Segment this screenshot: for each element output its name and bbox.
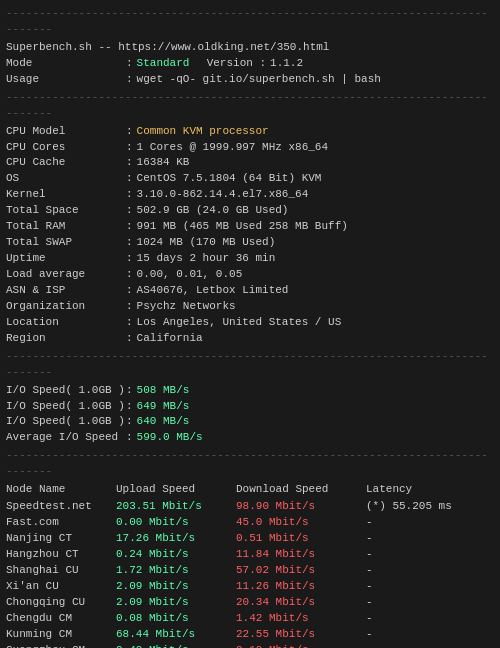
io-avg-value: 599.0 MB/s: [137, 430, 203, 446]
table-row: Speedtest.net203.51 Mbit/s98.90 Mbit/s(*…: [6, 499, 494, 515]
cpu-cores-label: CPU Cores: [6, 140, 126, 156]
io-speed1-value: 508 MB/s: [137, 383, 190, 399]
latency: -: [366, 579, 494, 595]
region-label: Region: [6, 331, 126, 347]
cpu-cache-row: CPU Cache : 16384 KB: [6, 155, 494, 171]
table-row: Shanghai CU1.72 Mbit/s57.02 Mbit/s-: [6, 563, 494, 579]
table-row: Kunming CM68.44 Mbit/s22.55 Mbit/s-: [6, 627, 494, 643]
table-row: Guangzhou CM0.49 Mbit/s0.19 Mbit/s-: [6, 643, 494, 648]
download-speed: 0.19 Mbit/s: [236, 643, 366, 648]
latency: -: [366, 595, 494, 611]
os-value: CentOS 7.5.1804 (64 Bit) KVM: [137, 171, 322, 187]
version-label: Version :: [193, 56, 266, 72]
latency: -: [366, 547, 494, 563]
node-name: Chengdu CM: [6, 611, 116, 627]
header-title: Superbench.sh -- https://www.oldking.net…: [6, 40, 494, 56]
io-speed1-label: I/O Speed( 1.0GB ): [6, 383, 126, 399]
cpu-cores-row: CPU Cores : 1 Cores @ 1999.997 MHz x86_6…: [6, 140, 494, 156]
io-speed3-value: 640 MB/s: [137, 414, 190, 430]
io-avg-label: Average I/O Speed: [6, 430, 126, 446]
latency: -: [366, 563, 494, 579]
kernel-value: 3.10.0-862.14.4.el7.x86_64: [137, 187, 309, 203]
upload-speed: 0.08 Mbit/s: [116, 611, 236, 627]
speed-table: Node Name Upload Speed Download Speed La…: [6, 482, 494, 648]
space-value: 502.9 GB (24.0 GB Used): [137, 203, 289, 219]
latency: -: [366, 611, 494, 627]
latency: -: [366, 643, 494, 648]
location-label: Location: [6, 315, 126, 331]
upload-speed: 1.72 Mbit/s: [116, 563, 236, 579]
upload-speed: 68.44 Mbit/s: [116, 627, 236, 643]
io-speed3-row: I/O Speed( 1.0GB ) : 640 MB/s: [6, 414, 494, 430]
uptime-label: Uptime: [6, 251, 126, 267]
node-name: Chongqing CU: [6, 595, 116, 611]
cpu-cores-value: 1 Cores @ 1999.997 MHz x86_64: [137, 140, 328, 156]
cpu-model-label: CPU Model: [6, 124, 126, 140]
cpu-cache-value: 16384 KB: [137, 155, 190, 171]
cpu-model-value: Common KVM processor: [137, 124, 269, 140]
upload-speed: 0.00 Mbit/s: [116, 515, 236, 531]
io-speed1-row: I/O Speed( 1.0GB ) : 508 MB/s: [6, 383, 494, 399]
table-row: Chongqing CU2.09 Mbit/s20.34 Mbit/s-: [6, 595, 494, 611]
io-speed2-label: I/O Speed( 1.0GB ): [6, 399, 126, 415]
latency: (*) 55.205 ms: [366, 499, 494, 515]
kernel-row: Kernel : 3.10.0-862.14.4.el7.x86_64: [6, 187, 494, 203]
region-row: Region : California: [6, 331, 494, 347]
io-avg-row: Average I/O Speed : 599.0 MB/s: [6, 430, 494, 446]
kernel-label: Kernel: [6, 187, 126, 203]
mode-label: Mode: [6, 56, 126, 72]
table-row: Nanjing CT17.26 Mbit/s0.51 Mbit/s-: [6, 531, 494, 547]
os-row: OS : CentOS 7.5.1804 (64 Bit) KVM: [6, 171, 494, 187]
io-speed3-label: I/O Speed( 1.0GB ): [6, 414, 126, 430]
col-header-latency: Latency: [366, 482, 494, 498]
cpu-cache-label: CPU Cache: [6, 155, 126, 171]
uptime-row: Uptime : 15 days 2 hour 36 min: [6, 251, 494, 267]
ram-row: Total RAM : 991 MB (465 MB Used 258 MB B…: [6, 219, 494, 235]
download-speed: 57.02 Mbit/s: [236, 563, 366, 579]
header-usage-row: Usage : wget -qO- git.io/superbench.sh |…: [6, 72, 494, 88]
io-speed2-row: I/O Speed( 1.0GB ) : 649 MB/s: [6, 399, 494, 415]
swap-label: Total SWAP: [6, 235, 126, 251]
node-name: Kunming CM: [6, 627, 116, 643]
node-name: Shanghai CU: [6, 563, 116, 579]
col-header-download: Download Speed: [236, 482, 366, 498]
space-row: Total Space : 502.9 GB (24.0 GB Used): [6, 203, 494, 219]
upload-speed: 2.09 Mbit/s: [116, 595, 236, 611]
table-row: Chengdu CM0.08 Mbit/s1.42 Mbit/s-: [6, 611, 494, 627]
load-row: Load average : 0.00, 0.01, 0.05: [6, 267, 494, 283]
region-value: California: [137, 331, 203, 347]
header-mode-row: Mode : Standard Version : 1.1.2: [6, 56, 494, 72]
asn-value: AS40676, Letbox Limited: [137, 283, 289, 299]
divider-2: ----------------------------------------…: [6, 349, 494, 381]
io-section: I/O Speed( 1.0GB ) : 508 MB/s I/O Speed(…: [6, 383, 494, 447]
divider-3: ----------------------------------------…: [6, 448, 494, 480]
download-speed: 20.34 Mbit/s: [236, 595, 366, 611]
swap-value: 1024 MB (170 MB Used): [137, 235, 276, 251]
usage-label: Usage: [6, 72, 126, 88]
upload-speed: 0.49 Mbit/s: [116, 643, 236, 648]
upload-speed: 203.51 Mbit/s: [116, 499, 236, 515]
table-body: Speedtest.net203.51 Mbit/s98.90 Mbit/s(*…: [6, 499, 494, 648]
latency: -: [366, 627, 494, 643]
org-value: Psychz Networks: [137, 299, 236, 315]
download-speed: 98.90 Mbit/s: [236, 499, 366, 515]
table-row: Hangzhou CT0.24 Mbit/s11.84 Mbit/s-: [6, 547, 494, 563]
divider-top: ----------------------------------------…: [6, 6, 494, 38]
download-speed: 1.42 Mbit/s: [236, 611, 366, 627]
upload-speed: 0.24 Mbit/s: [116, 547, 236, 563]
header-section: Superbench.sh -- https://www.oldking.net…: [6, 40, 494, 88]
mode-value: Standard: [137, 56, 190, 72]
location-value: Los Angeles, United States / US: [137, 315, 342, 331]
download-speed: 11.26 Mbit/s: [236, 579, 366, 595]
col-header-upload: Upload Speed: [116, 482, 236, 498]
ram-label: Total RAM: [6, 219, 126, 235]
ram-value: 991 MB (465 MB Used 258 MB Buff): [137, 219, 348, 235]
table-row: Xi'an CU2.09 Mbit/s11.26 Mbit/s-: [6, 579, 494, 595]
org-label: Organization: [6, 299, 126, 315]
node-name: Xi'an CU: [6, 579, 116, 595]
node-name: Guangzhou CM: [6, 643, 116, 648]
cpu-section: CPU Model : Common KVM processor CPU Cor…: [6, 124, 494, 347]
space-label: Total Space: [6, 203, 126, 219]
upload-speed: 17.26 Mbit/s: [116, 531, 236, 547]
usage-value: wget -qO- git.io/superbench.sh | bash: [137, 72, 381, 88]
